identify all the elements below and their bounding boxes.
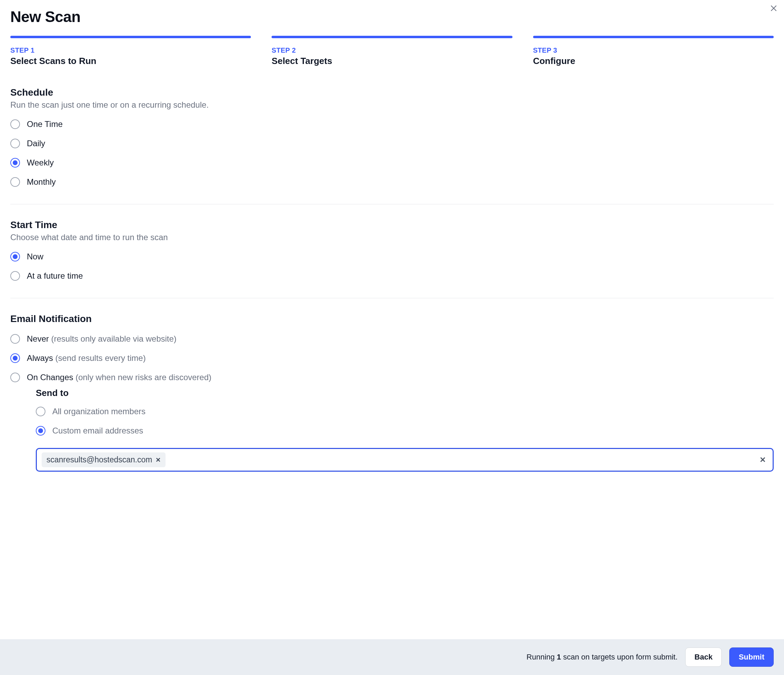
schedule-desc: Run the scan just one time or on a recur… [10, 100, 774, 110]
send-to-section: Send to All organization members Custom … [36, 388, 774, 472]
radio-label: On Changes (only when new risks are disc… [27, 372, 211, 382]
radio-icon [10, 139, 20, 148]
start-time-option-future[interactable]: At a future time [10, 271, 774, 281]
radio-label: Always (send results every time) [27, 353, 146, 363]
schedule-option-weekly[interactable]: Weekly [10, 158, 774, 168]
submit-button[interactable]: Submit [729, 647, 774, 667]
radio-icon [10, 372, 20, 382]
radio-label: Weekly [27, 158, 54, 168]
step-title: Configure [533, 56, 774, 67]
back-button[interactable]: Back [685, 647, 722, 667]
send-to-radio-group: All organization members Custom email ad… [36, 407, 774, 436]
radio-icon [10, 119, 20, 129]
email-option-never[interactable]: Never (results only available via websit… [10, 334, 774, 344]
step-progress-bar [272, 36, 512, 38]
radio-label: At a future time [27, 271, 83, 281]
radio-icon [10, 158, 20, 168]
radio-icon [10, 334, 20, 344]
email-chip-text: scanresults@hostedscan.com [47, 455, 152, 464]
radio-icon [10, 271, 20, 281]
send-to-title: Send to [36, 388, 774, 399]
radio-icon [10, 177, 20, 187]
footer-bar: Running 1 scan on targets upon form subm… [0, 639, 784, 675]
stepper: STEP 1 Select Scans to Run STEP 2 Select… [10, 36, 774, 67]
step-progress-bar [533, 36, 774, 38]
radio-label: Custom email addresses [52, 426, 143, 436]
divider [10, 298, 774, 298]
step-label: STEP 2 [272, 47, 512, 54]
radio-label: Monthly [27, 177, 56, 187]
step-title: Select Targets [272, 56, 512, 67]
close-icon[interactable] [770, 5, 777, 13]
radio-icon [10, 252, 20, 261]
start-time-title: Start Time [10, 219, 774, 231]
page-title: New Scan [10, 8, 774, 25]
email-option-always[interactable]: Always (send results every time) [10, 353, 774, 363]
remove-email-icon[interactable]: ✕ [156, 456, 161, 464]
clear-all-emails-icon[interactable]: ✕ [759, 456, 768, 464]
running-status-text: Running 1 scan on targets upon form subm… [527, 653, 678, 662]
step-progress-bar [10, 36, 251, 38]
radio-label: One Time [27, 119, 63, 129]
step-3[interactable]: STEP 3 Configure [533, 36, 774, 67]
step-label: STEP 1 [10, 47, 251, 54]
send-to-option-custom-emails[interactable]: Custom email addresses [36, 426, 774, 436]
email-option-on-changes[interactable]: On Changes (only when new risks are disc… [10, 372, 774, 382]
start-time-option-now[interactable]: Now [10, 252, 774, 261]
schedule-option-one-time[interactable]: One Time [10, 119, 774, 129]
email-chip: scanresults@hostedscan.com ✕ [42, 452, 166, 467]
radio-label: Never (results only available via websit… [27, 334, 177, 344]
schedule-radio-group: One Time Daily Weekly Monthly [10, 119, 774, 187]
radio-icon [36, 407, 45, 416]
schedule-option-monthly[interactable]: Monthly [10, 177, 774, 187]
start-time-desc: Choose what date and time to run the sca… [10, 233, 774, 242]
radio-icon [36, 426, 45, 436]
radio-icon [10, 353, 20, 363]
email-notification-title: Email Notification [10, 313, 774, 324]
send-to-option-all-members[interactable]: All organization members [36, 407, 774, 416]
step-label: STEP 3 [533, 47, 774, 54]
schedule-option-daily[interactable]: Daily [10, 139, 774, 148]
schedule-title: Schedule [10, 87, 774, 98]
step-2[interactable]: STEP 2 Select Targets [272, 36, 512, 67]
step-1[interactable]: STEP 1 Select Scans to Run [10, 36, 251, 67]
email-notification-radio-group: Never (results only available via websit… [10, 334, 774, 382]
start-time-radio-group: Now At a future time [10, 252, 774, 281]
radio-label: Now [27, 252, 44, 261]
step-title: Select Scans to Run [10, 56, 251, 67]
custom-email-input[interactable]: scanresults@hostedscan.com ✕ ✕ [36, 448, 774, 472]
radio-label: Daily [27, 139, 45, 148]
radio-label: All organization members [52, 407, 146, 416]
